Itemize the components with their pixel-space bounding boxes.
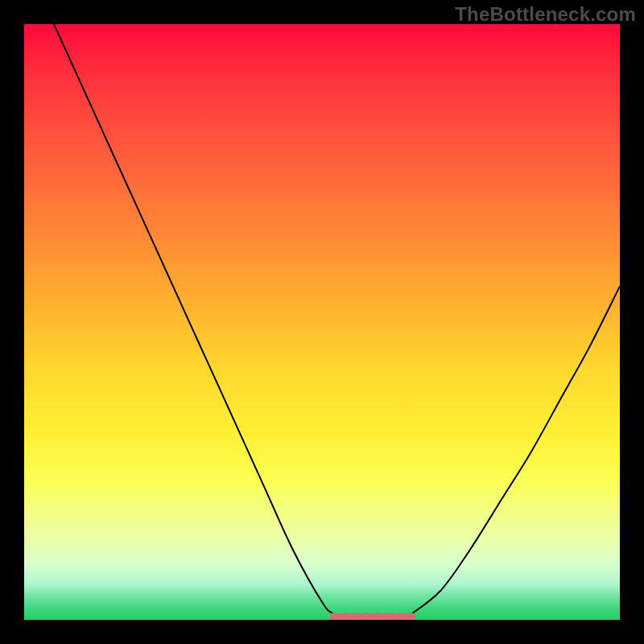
watermark-text: TheBottleneck.com	[455, 3, 636, 26]
chart-frame: TheBottleneck.com	[0, 0, 644, 644]
bottleneck-curve	[54, 24, 620, 620]
plot-area	[24, 24, 620, 620]
bottleneck-curve-svg	[24, 24, 620, 620]
flat-region-markers	[330, 613, 415, 620]
